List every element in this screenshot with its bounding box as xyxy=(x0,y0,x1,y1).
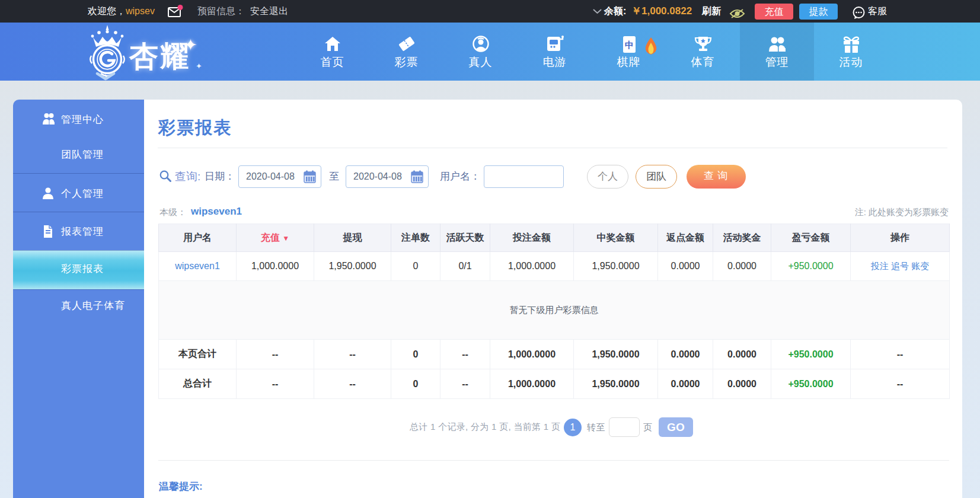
svg-text:中: 中 xyxy=(625,40,634,50)
